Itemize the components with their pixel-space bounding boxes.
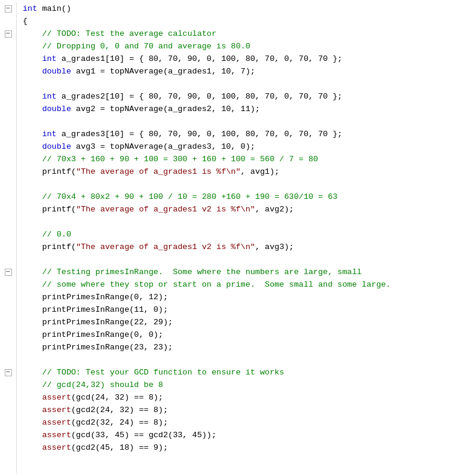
fold-marker[interactable]: − (5, 269, 12, 276)
code-line (23, 253, 462, 266)
code-line: // TODO: Test your GCD function to ensur… (23, 366, 462, 379)
code-line: double avg3 = topNAverage(a_grades3, 10,… (23, 140, 462, 153)
code-line: assert(gcd(24, 32) == 8); (23, 391, 462, 404)
code-line: // Testing primesInRange. Some where the… (23, 266, 462, 278)
code-line: { (23, 15, 462, 27)
code-line: assert(gcd2(32, 24) == 8); (23, 416, 462, 429)
code-line (23, 115, 462, 128)
code-line: printf("The average of a_grades1 v2 is %… (23, 241, 462, 253)
code-line: double avg2 = topNAverage(a_grades2, 10,… (23, 103, 462, 115)
gutter: −−−− (0, 2, 17, 474)
code-line: assert(gcd2(24, 32) == 8); (23, 404, 462, 416)
code-line: printPrimesInRange(0, 0); (23, 328, 462, 341)
code-line (23, 178, 462, 191)
code-line: int a_grades2[10] = { 80, 70, 90, 0, 100… (23, 90, 462, 103)
code-line: assert(gcd2(45, 18) == 9); (23, 441, 462, 454)
code-line: assert(gcd(33, 45) == gcd2(33, 45)); (23, 429, 462, 441)
code-editor: −−−− int main(){ // TODO: Test the avera… (0, 0, 468, 476)
fold-marker[interactable]: − (5, 30, 12, 38)
code-line: // 70x4 + 80x2 + 90 + 100 / 10 = 280 +16… (23, 191, 462, 203)
code-line (23, 216, 462, 228)
code-line: double avg1 = topNAverage(a_grades1, 10,… (23, 65, 462, 78)
code-line: printPrimesInRange(22, 29); (23, 316, 462, 328)
code-lines: int main(){ // TODO: Test the average ca… (17, 2, 468, 474)
code-line (23, 78, 462, 90)
fold-marker[interactable]: − (5, 369, 12, 376)
code-line: // gcd(24,32) should be 8 (23, 379, 462, 391)
code-line: printPrimesInRange(11, 0); (23, 303, 462, 316)
code-line: int a_grades1[10] = { 80, 70, 90, 0, 100… (23, 53, 462, 65)
code-line: // Dropping 0, 0 and 70 and average is 8… (23, 40, 462, 53)
fold-marker[interactable]: − (5, 5, 12, 13)
code-line: int a_grades3[10] = { 80, 70, 90, 0, 100… (23, 128, 462, 140)
code-line: printPrimesInRange(0, 12); (23, 291, 462, 303)
code-line: printPrimesInRange(23, 23); (23, 341, 462, 354)
code-line: printf("The average of a_grades1 is %f\n… (23, 165, 462, 178)
code-line: // 0.0 (23, 228, 462, 241)
code-line: // TODO: Test the average calculator (23, 27, 462, 40)
code-line: printf("The average of a_grades1 v2 is %… (23, 203, 462, 216)
code-line: // some where they stop or start on a pr… (23, 278, 462, 291)
code-line: // 70x3 + 160 + 90 + 100 = 300 + 160 + 1… (23, 153, 462, 165)
code-line: int main() (23, 2, 462, 15)
code-line (23, 354, 462, 366)
